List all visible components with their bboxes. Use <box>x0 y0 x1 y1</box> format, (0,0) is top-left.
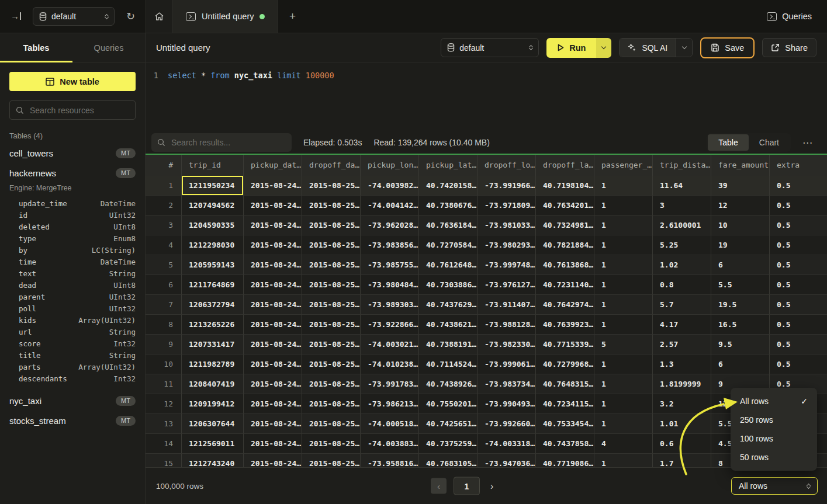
table-cell[interactable]: 40.7437858… <box>536 434 594 454</box>
table-cell[interactable]: 1208407419 <box>182 374 244 394</box>
table-cell[interactable]: -73.958816… <box>361 454 419 467</box>
row-index-cell[interactable]: 2 <box>146 196 182 215</box>
column-entry[interactable]: byLC(String) <box>0 245 145 256</box>
column-entry[interactable]: urlString <box>0 326 145 338</box>
table-cell[interactable]: 40.7198104… <box>536 176 594 196</box>
row-index-cell[interactable]: 15 <box>146 454 182 467</box>
table-cell[interactable]: -73.986213… <box>361 394 419 414</box>
table-cell[interactable]: 2015-08-24… <box>244 414 302 434</box>
sidebar-item-stocks-stream[interactable]: stocks_stream MT <box>0 411 145 430</box>
table-cell[interactable]: 1 <box>594 354 653 374</box>
table-cell[interactable]: -74.010238… <box>361 354 419 374</box>
table-cell[interactable]: 0.5 <box>770 354 827 374</box>
table-cell[interactable]: 2015-08-25… <box>302 454 361 467</box>
table-cell[interactable]: 2015-08-25… <box>302 414 361 434</box>
column-entry[interactable]: titleString <box>0 350 145 362</box>
table-cell[interactable]: 2015-08-25… <box>302 354 361 374</box>
table-cell[interactable]: 6 <box>711 255 770 275</box>
table-cell[interactable]: 2015-08-24… <box>244 295 302 315</box>
row-index-cell[interactable]: 13 <box>146 414 182 434</box>
table-cell[interactable]: 2015-08-25… <box>302 196 361 215</box>
table-cell[interactable]: 2015-08-25… <box>302 275 361 295</box>
column-header[interactable]: trip_dista… <box>653 155 711 176</box>
table-cell[interactable]: 1.7 <box>653 454 711 467</box>
table-cell[interactable]: 5 <box>594 335 653 354</box>
table-cell[interactable]: 1206372794 <box>182 295 244 315</box>
table-cell[interactable]: 40.7613868… <box>536 255 594 275</box>
table-cell[interactable]: -74.000518… <box>361 414 419 434</box>
column-entry[interactable]: deletedUInt8 <box>0 221 145 233</box>
share-button[interactable]: Share <box>762 38 816 57</box>
table-cell[interactable]: 1 <box>594 295 653 315</box>
queries-topbar-button[interactable]: Queries <box>767 12 812 21</box>
table-cell[interactable]: 4 <box>594 434 653 454</box>
table-cell[interactable]: 1 <box>594 235 653 255</box>
table-cell[interactable]: -73.962028… <box>361 215 419 235</box>
table-cell[interactable]: 1.8199999 <box>653 374 711 394</box>
table-cell[interactable]: 2015-08-24… <box>244 255 302 275</box>
table-cell[interactable]: -73.981033… <box>477 215 536 235</box>
row-index-cell[interactable]: 12 <box>146 394 182 414</box>
run-options-chevron[interactable] <box>596 38 611 58</box>
table-cell[interactable]: 1 <box>594 255 653 275</box>
table-cell[interactable]: 2015-08-25… <box>302 235 361 255</box>
table-cell[interactable]: 10 <box>711 215 770 235</box>
table-cell[interactable]: 40.7438621… <box>419 315 477 335</box>
row-index-cell[interactable]: 6 <box>146 275 182 295</box>
table-cell[interactable]: 2015-08-24… <box>244 394 302 414</box>
table-cell[interactable]: 2015-08-24… <box>244 275 302 295</box>
table-cell[interactable]: -73.982330… <box>477 335 536 354</box>
column-header[interactable]: passenger_… <box>594 155 653 176</box>
table-cell[interactable]: 6 <box>711 354 770 374</box>
table-cell[interactable]: 40.7437629… <box>419 295 477 315</box>
table-cell[interactable]: 40.7324981… <box>536 215 594 235</box>
table-cell[interactable]: -73.976127… <box>477 275 536 295</box>
table-cell[interactable]: 1 <box>594 454 653 467</box>
table-cell[interactable]: -73.922866… <box>361 315 419 335</box>
column-header[interactable]: dropoff_la… <box>536 155 594 176</box>
table-cell[interactable]: 40.7639923… <box>536 315 594 335</box>
table-cell[interactable]: 2015-08-25… <box>302 295 361 315</box>
row-index-cell[interactable]: 14 <box>146 434 182 454</box>
sql-ai-chevron[interactable] <box>676 39 692 57</box>
row-index-cell[interactable]: 4 <box>146 235 182 255</box>
table-cell[interactable]: 19.5 <box>711 295 770 315</box>
table-cell[interactable]: 40.7420158… <box>419 176 477 196</box>
table-cell[interactable]: 0.5 <box>770 275 827 295</box>
column-entry[interactable]: pollUInt32 <box>0 303 145 315</box>
column-header[interactable]: # <box>146 155 182 176</box>
table-cell[interactable]: -73.971809… <box>477 196 536 215</box>
table-cell[interactable]: -73.999061… <box>477 354 536 374</box>
table-cell[interactable]: 1205959143 <box>182 255 244 275</box>
table-cell[interactable]: 0.5 <box>770 215 827 235</box>
table-cell[interactable]: 40.7438926… <box>419 374 477 394</box>
table-cell[interactable]: 1.3 <box>653 354 711 374</box>
table-cell[interactable]: 1207331417 <box>182 335 244 354</box>
table-cell[interactable]: 1209199412 <box>182 394 244 414</box>
view-toggle-chart[interactable]: Chart <box>749 134 790 151</box>
table-cell[interactable]: -74.003318… <box>477 434 536 454</box>
table-cell[interactable]: 40.7648315… <box>536 374 594 394</box>
table-cell[interactable]: 19 <box>711 235 770 255</box>
table-cell[interactable]: 3.2 <box>653 394 711 414</box>
row-index-cell[interactable]: 5 <box>146 255 182 275</box>
table-cell[interactable]: 11.64 <box>653 176 711 196</box>
table-cell[interactable]: 40.7533454… <box>536 414 594 434</box>
table-cell[interactable]: 5.25 <box>653 235 711 255</box>
table-cell[interactable]: 1 <box>594 176 653 196</box>
table-cell[interactable]: 2015-08-25… <box>302 335 361 354</box>
sidebar-tab-tables[interactable]: Tables <box>0 33 72 62</box>
view-toggle-table[interactable]: Table <box>708 134 748 151</box>
table-cell[interactable]: 1 <box>594 196 653 215</box>
table-cell[interactable]: 2015-08-24… <box>244 235 302 255</box>
table-cell[interactable]: 0.8 <box>653 275 711 295</box>
table-cell[interactable]: 40.7388191… <box>419 335 477 354</box>
table-cell[interactable]: -73.989303… <box>361 295 419 315</box>
table-cell[interactable]: 5.7 <box>653 295 711 315</box>
table-cell[interactable]: 2.57 <box>653 335 711 354</box>
table-cell[interactable]: 1211950234 <box>182 176 244 196</box>
table-cell[interactable]: 4.17 <box>653 315 711 335</box>
table-cell[interactable]: 2015-08-25… <box>302 315 361 335</box>
row-index-cell[interactable]: 9 <box>146 335 182 354</box>
table-cell[interactable]: 3 <box>653 196 711 215</box>
